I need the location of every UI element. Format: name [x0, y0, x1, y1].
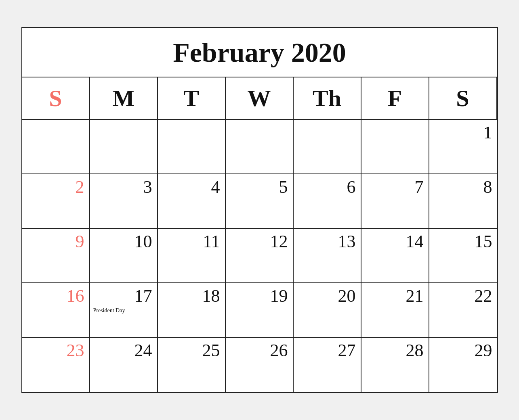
day-cell[interactable]: 18	[158, 283, 226, 338]
day-number: 15	[433, 232, 492, 251]
day-header-f: F	[361, 77, 429, 120]
day-number: 5	[229, 178, 288, 197]
day-cell[interactable]: 1	[429, 120, 497, 174]
day-cell[interactable]: 13	[294, 229, 361, 283]
day-number: 18	[161, 286, 220, 306]
day-cell[interactable]: 5	[226, 174, 294, 229]
day-header-t: T	[158, 77, 226, 120]
day-number: 23	[25, 341, 84, 360]
day-header-s: S	[429, 77, 497, 120]
day-number: 29	[433, 341, 492, 360]
day-number: 9	[25, 232, 84, 251]
calendar-grid: SMTWThFS1234567891011121314151617Preside…	[22, 77, 497, 392]
day-number: 4	[161, 178, 220, 197]
day-number: 14	[365, 232, 424, 251]
day-cell[interactable]: 24	[90, 338, 158, 392]
calendar-title-section: February 2020	[22, 28, 497, 77]
event-label: President Day	[93, 307, 152, 314]
day-number: 17	[93, 286, 152, 306]
day-number: 20	[297, 286, 356, 306]
day-header-s: S	[22, 77, 90, 120]
day-cell[interactable]: 4	[158, 174, 226, 229]
day-cell[interactable]: 9	[22, 229, 90, 283]
day-number: 25	[161, 341, 220, 360]
day-header-w: W	[226, 77, 294, 120]
day-cell[interactable]: 22	[429, 283, 497, 338]
day-number: 16	[25, 286, 84, 306]
day-cell[interactable]	[158, 120, 226, 174]
day-number: 27	[297, 341, 356, 360]
day-cell[interactable]: 21	[361, 283, 429, 338]
day-number: 7	[365, 178, 424, 197]
day-cell[interactable]: 6	[294, 174, 361, 229]
day-cell[interactable]	[22, 120, 90, 174]
day-number: 21	[365, 286, 424, 306]
day-cell[interactable]	[226, 120, 294, 174]
day-cell[interactable]	[90, 120, 158, 174]
day-cell[interactable]: 27	[294, 338, 361, 392]
day-cell[interactable]: 3	[90, 174, 158, 229]
day-header-m: M	[90, 77, 158, 120]
day-cell[interactable]: 11	[158, 229, 226, 283]
day-number: 2	[25, 178, 84, 197]
day-header-th: Th	[294, 77, 361, 120]
day-cell[interactable]: 8	[429, 174, 497, 229]
day-number: 28	[365, 341, 424, 360]
day-cell[interactable]: 7	[361, 174, 429, 229]
calendar: February 2020 SMTWThFS123456789101112131…	[21, 27, 498, 393]
calendar-month-year: February 2020	[26, 37, 493, 69]
day-number: 26	[229, 341, 288, 360]
day-cell[interactable]: 29	[429, 338, 497, 392]
day-number: 19	[229, 286, 288, 306]
day-cell[interactable]	[294, 120, 361, 174]
day-cell[interactable]: 12	[226, 229, 294, 283]
day-number: 24	[93, 341, 152, 360]
day-number: 3	[93, 178, 152, 197]
day-cell[interactable]: 28	[361, 338, 429, 392]
day-cell[interactable]: 10	[90, 229, 158, 283]
day-number: 22	[433, 286, 492, 306]
day-cell[interactable]: 16	[22, 283, 90, 338]
day-cell[interactable]: 23	[22, 338, 90, 392]
day-number: 10	[93, 232, 152, 251]
day-number: 1	[433, 123, 492, 142]
day-number: 8	[433, 178, 492, 197]
day-number: 13	[297, 232, 356, 251]
day-cell[interactable]: 17President Day	[90, 283, 158, 338]
day-number: 11	[161, 232, 220, 251]
day-number: 12	[229, 232, 288, 251]
day-cell[interactable]: 20	[294, 283, 361, 338]
day-cell[interactable]: 19	[226, 283, 294, 338]
day-cell[interactable]	[361, 120, 429, 174]
day-cell[interactable]: 26	[226, 338, 294, 392]
day-cell[interactable]: 15	[429, 229, 497, 283]
day-cell[interactable]: 2	[22, 174, 90, 229]
day-cell[interactable]: 14	[361, 229, 429, 283]
day-cell[interactable]: 25	[158, 338, 226, 392]
day-number: 6	[297, 178, 356, 197]
